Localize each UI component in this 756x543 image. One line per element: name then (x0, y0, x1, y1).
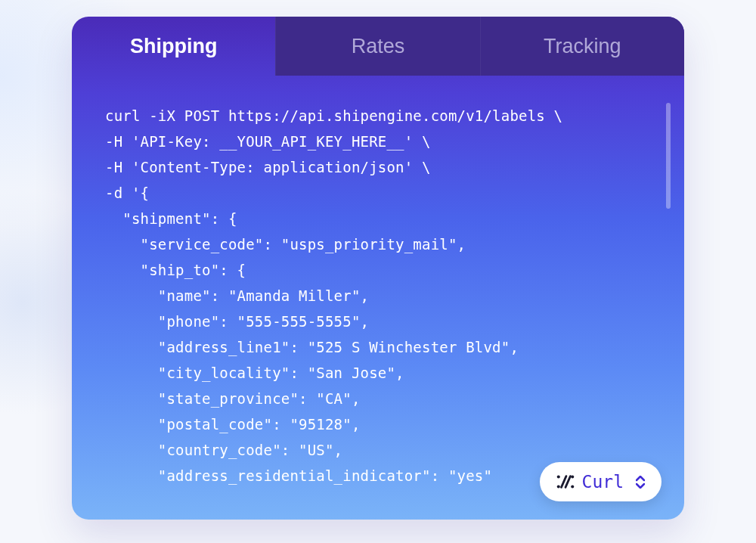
tab-shipping[interactable]: Shipping (72, 17, 275, 76)
code-panel: Shipping Rates Tracking curl -iX POST ht… (72, 17, 684, 520)
svg-point-0 (556, 485, 559, 488)
tab-bar: Shipping Rates Tracking (72, 17, 684, 76)
svg-point-2 (571, 476, 574, 479)
language-selector[interactable]: Curl (540, 462, 662, 501)
tab-rates[interactable]: Rates (275, 17, 479, 76)
slash-icon (556, 473, 575, 491)
tab-tracking[interactable]: Tracking (480, 17, 684, 76)
svg-point-3 (571, 485, 574, 488)
code-area: curl -iX POST https://api.shipengine.com… (72, 76, 684, 520)
scrollbar[interactable] (666, 103, 671, 209)
language-label: Curl (582, 472, 624, 492)
code-snippet: curl -iX POST https://api.shipengine.com… (105, 103, 651, 489)
svg-point-1 (556, 476, 559, 479)
updown-icon (636, 476, 645, 489)
